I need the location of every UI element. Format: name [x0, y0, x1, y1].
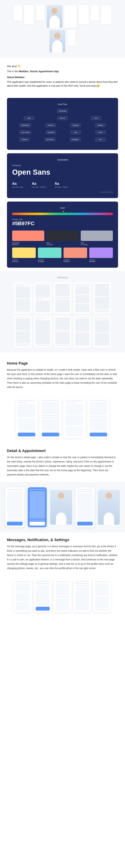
tagline-text: This is the This is the Medidoc: Doctor …: [7, 69, 118, 73]
detail-section: Detail & Appointment On the doctor's det…: [0, 443, 125, 482]
mockup-thumb: [91, 5, 99, 21]
flow-node: Appointment: [20, 123, 31, 127]
screen-mock-accent: [28, 487, 47, 527]
mockup-thumb: [64, 5, 76, 28]
about-body: This application was established for use…: [7, 80, 118, 88]
screen-mock: [54, 579, 71, 612]
flow-node: Payment: [20, 137, 30, 142]
color-swatch: Accent 2#71E2D0: [38, 248, 61, 262]
weight-sample: AaOpen Sans - Regular: [55, 182, 68, 188]
screen-mock: [73, 579, 91, 612]
mockup-thumb: [14, 5, 22, 21]
wireframe-thumb: [93, 316, 111, 347]
flow-node: Chat: [70, 130, 81, 134]
wireframe-thumb: [34, 316, 52, 347]
wireframe-thumb: [73, 316, 91, 347]
flow-node: Upcoming: [46, 130, 56, 134]
weight-sample: AaOpen Sans - SemiBold: [32, 182, 46, 188]
wireframes-section: Wireframes: [0, 271, 125, 352]
weight-sample: AaOpen Sans - Bold: [12, 182, 23, 188]
doctor-photo-large: [98, 490, 120, 525]
flow-node: Notification: [70, 137, 81, 142]
wireframe-thumb: [14, 316, 32, 347]
home-section: Home Page Because the application is rel…: [0, 356, 125, 395]
spectrum-bar: [12, 213, 113, 215]
wireframe-thumb: [73, 282, 91, 313]
screen-mock: [16, 398, 37, 438]
screen-mock: [93, 579, 111, 612]
screen-mock: [34, 579, 52, 612]
detail-heading: Detail & Appointment: [7, 448, 118, 453]
flow-node: Login: [24, 116, 34, 120]
flow-node: Schedule: [45, 123, 56, 127]
screen-mock: [40, 398, 61, 438]
doctor-photo: [47, 5, 62, 28]
typography-panel: Typography Typography Open Sans AaOpen S…: [7, 153, 118, 198]
flow-node: Onboarding: [57, 109, 68, 113]
panel-title: Wireframes: [5, 276, 120, 279]
primary-color-label: Primary Color: [12, 219, 113, 220]
flow-node: Doctor Detail: [19, 130, 31, 134]
color-swatch: Grey#A7ADBA: [81, 230, 113, 245]
about-heading: About Medidoc:: [7, 76, 118, 79]
wireframe-thumb: [14, 282, 32, 313]
screen-mock: [5, 487, 24, 527]
mockup-thumb: [67, 30, 75, 45]
flow-node: Sign Up: [57, 116, 68, 120]
screen-mock: [88, 398, 109, 438]
screen-mock: [75, 487, 95, 527]
mockup-thumb: [36, 5, 44, 21]
doctor-photo-large: [50, 490, 72, 525]
flow-node: Edit: [95, 137, 105, 142]
messages-heading: Messages, Notification, & Settings: [7, 538, 118, 542]
flow-node: Message: [70, 123, 81, 127]
flow-node: Home: [91, 116, 101, 120]
color-panel: Color Primary Color #5B97FC Secondary#FE…: [7, 202, 118, 268]
flow-node: Profile: [95, 130, 106, 134]
userflow-panel: User Flow OnboardingLoginSign UpHomeAppo…: [7, 98, 118, 150]
detail-hero: [0, 482, 125, 532]
wireframe-thumb: [34, 282, 52, 313]
typography-family: Open Sans: [12, 168, 113, 176]
intro-section: Hey guys 👋 This is the This is the Medid…: [0, 58, 125, 94]
panel-title: Color: [12, 207, 113, 209]
primary-color-hex: #5B97FC: [12, 220, 113, 226]
messages-section: Messages, Notification, & Settings On th…: [0, 532, 125, 576]
typography-label: Typography: [12, 164, 113, 166]
flow-node: Reschedule: [44, 137, 55, 142]
screen-mock: [14, 579, 32, 612]
color-swatch: Accent 3#F8957E: [64, 248, 87, 262]
color-swatch: Secondary#FE8C77: [12, 230, 44, 245]
type-scale: 10 12 14 16 18 24 32: [12, 191, 113, 193]
home-heading: Home Page: [7, 361, 118, 366]
wireframe-thumb: [54, 282, 71, 313]
detail-body: On the doctor's detail page, I also make…: [7, 455, 118, 477]
home-screens: [0, 395, 125, 443]
panel-title: User Flow: [12, 103, 113, 105]
doctor-photo: [50, 30, 65, 53]
flow-node: Settings: [95, 123, 105, 127]
mockup-thumb: [79, 5, 89, 24]
greeting-text: Hey guys 👋: [7, 64, 118, 68]
mockup-thumb: [101, 5, 111, 24]
home-body: Because the application is related to he…: [7, 368, 118, 390]
wireframe-thumb: [54, 316, 71, 347]
color-swatch: Dark#2C2F37: [46, 230, 79, 245]
color-swatch: Accent 4#B28DFA: [89, 248, 113, 262]
wireframe-thumb: [93, 282, 111, 313]
color-swatch: Accent 1#FFE172: [12, 248, 36, 262]
mockup-thumb: [24, 5, 34, 24]
screen-mock: [64, 398, 85, 438]
footer-screens: [0, 576, 125, 616]
panel-title: Typography: [12, 158, 113, 161]
messages-body: On the message page, as in general, it i…: [7, 544, 118, 570]
hero-collage: [0, 0, 125, 58]
